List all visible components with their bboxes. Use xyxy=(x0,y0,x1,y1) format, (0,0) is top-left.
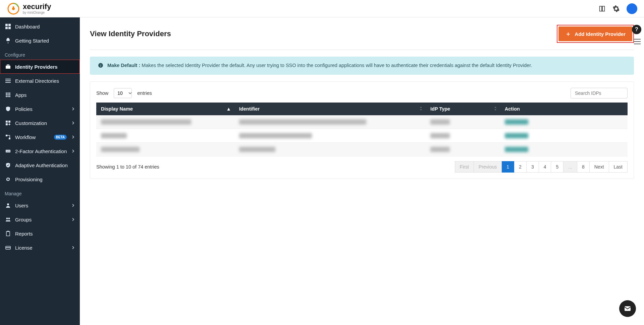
svg-rect-5 xyxy=(5,27,8,29)
sort-asc-icon: ▲ xyxy=(226,106,231,112)
user-icon xyxy=(5,202,11,208)
verify-icon xyxy=(5,162,11,168)
beta-badge: BETA xyxy=(54,135,67,140)
sidebar-item-license[interactable]: License xyxy=(0,241,80,255)
avatar[interactable] xyxy=(627,3,637,14)
card-icon xyxy=(5,245,11,251)
table-row xyxy=(96,142,628,156)
svg-text:123: 123 xyxy=(6,150,10,152)
blurred-cell xyxy=(239,119,367,125)
svg-rect-21 xyxy=(6,121,8,123)
sidebar-item-label: Identity Providers xyxy=(15,64,75,70)
svg-rect-31 xyxy=(6,232,10,236)
table-card: Show 10 entries Display Name▲ Ide xyxy=(90,81,634,179)
svg-point-14 xyxy=(9,92,10,94)
svg-rect-3 xyxy=(5,24,8,26)
page-next[interactable]: Next xyxy=(590,161,609,173)
page-ellipsis: ... xyxy=(564,161,577,173)
sidebar-item-label: Provisioning xyxy=(15,177,75,182)
sidebar-item-getting-started[interactable]: Getting Started xyxy=(0,34,80,48)
main: ? View Identity Providers ＋ Add Identity… xyxy=(80,17,644,325)
blurred-cell xyxy=(101,133,127,138)
side-toggle[interactable] xyxy=(634,39,641,46)
chevron-right-icon xyxy=(71,204,75,207)
col-action: Action xyxy=(500,103,628,115)
page-last[interactable]: Last xyxy=(609,161,628,173)
page-3[interactable]: 3 xyxy=(527,161,539,173)
briefcase-icon xyxy=(5,64,11,70)
page-1[interactable]: 1 xyxy=(502,161,514,173)
alert-text: Makes the selected Identity Provider the… xyxy=(140,63,532,68)
blurred-cell xyxy=(239,147,275,152)
dashboard-icon xyxy=(5,23,11,29)
flow-icon xyxy=(5,134,11,140)
page-5[interactable]: 5 xyxy=(551,161,564,173)
sidebar-item-groups[interactable]: Groups xyxy=(0,212,80,226)
sidebar-item-provisioning[interactable]: Provisioning xyxy=(0,172,80,186)
page-4[interactable]: 4 xyxy=(539,161,551,173)
col-display-name[interactable]: Display Name▲ xyxy=(96,103,234,115)
sidebar-item-label: Users xyxy=(15,203,67,208)
pagination: First Previous 1 2 3 4 5 ... 8 Next Last xyxy=(455,161,628,173)
svg-rect-11 xyxy=(5,82,11,83)
sidebar-item-users[interactable]: Users xyxy=(0,198,80,212)
page-first[interactable]: First xyxy=(455,161,474,173)
info-alert: i Make Default : Makes the selected Iden… xyxy=(90,57,634,75)
blurred-cell xyxy=(101,119,191,125)
col-identifier[interactable]: Identifier xyxy=(234,103,426,115)
blurred-cell xyxy=(505,147,528,152)
blurred-cell xyxy=(505,133,528,138)
sidebar-item-label: License xyxy=(15,245,67,251)
docs-icon[interactable] xyxy=(598,5,606,12)
table-row xyxy=(96,115,628,129)
sidebar-item-workflow[interactable]: Workflow BETA xyxy=(0,130,80,144)
page-8[interactable]: 8 xyxy=(577,161,590,173)
logo-icon xyxy=(7,2,20,15)
info-icon: i xyxy=(98,63,103,68)
chevron-right-icon xyxy=(71,121,75,125)
idp-table: Display Name▲ Identifier IdP Type Action xyxy=(96,103,628,156)
sidebar: Dashboard Getting Started Configure Iden… xyxy=(0,17,80,325)
svg-rect-7 xyxy=(6,66,10,69)
show-label: Show xyxy=(96,90,108,96)
sidebar-item-label: 2-Factor Authentication xyxy=(15,148,67,154)
sidebar-item-adaptive-auth[interactable]: Adaptive Authentication xyxy=(0,158,80,172)
sidebar-item-apps[interactable]: Apps xyxy=(0,88,80,102)
svg-point-20 xyxy=(9,96,10,97)
svg-point-29 xyxy=(6,218,8,219)
entries-select[interactable]: 10 xyxy=(114,88,132,98)
sidebar-item-reports[interactable]: Reports xyxy=(0,226,80,241)
logo[interactable]: xecurify by miniOrange xyxy=(7,2,51,15)
help-button[interactable]: ? xyxy=(632,25,641,34)
svg-rect-10 xyxy=(5,80,11,81)
chat-button[interactable] xyxy=(619,300,636,317)
sidebar-item-customization[interactable]: Customization xyxy=(0,116,80,130)
sort-icon xyxy=(494,106,497,112)
blurred-cell xyxy=(101,147,140,152)
sidebar-item-label: Workflow xyxy=(15,134,50,140)
sidebar-item-dashboard[interactable]: Dashboard xyxy=(0,19,80,34)
svg-rect-23 xyxy=(6,123,8,125)
sidebar-item-external-directories[interactable]: External Directories xyxy=(0,74,80,88)
sidebar-item-label: Policies xyxy=(15,106,67,112)
svg-rect-22 xyxy=(8,121,10,123)
section-manage: Manage xyxy=(0,186,80,198)
sort-icon xyxy=(420,106,422,112)
search-input[interactable] xyxy=(571,88,628,99)
sidebar-item-label: Adaptive Authentication xyxy=(15,162,75,168)
add-identity-provider-button[interactable]: ＋ Add Identity Provider xyxy=(558,26,632,41)
page-2[interactable]: 2 xyxy=(514,161,527,173)
svg-point-18 xyxy=(6,96,7,97)
sidebar-item-policies[interactable]: Policies xyxy=(0,102,80,116)
page-title: View Identity Providers xyxy=(90,29,171,38)
menu-icon xyxy=(634,39,641,44)
sidebar-item-label: Customization xyxy=(15,120,67,126)
page-prev[interactable]: Previous xyxy=(474,161,502,173)
gear-icon[interactable] xyxy=(612,5,620,12)
entries-label: entries xyxy=(137,90,152,96)
svg-point-13 xyxy=(7,92,9,94)
sidebar-item-identity-providers[interactable]: Identity Providers xyxy=(0,60,80,74)
svg-point-15 xyxy=(6,94,7,95)
col-idp-type[interactable]: IdP Type xyxy=(426,103,500,115)
sidebar-item-2fa[interactable]: 123 2-Factor Authentication xyxy=(0,144,80,158)
